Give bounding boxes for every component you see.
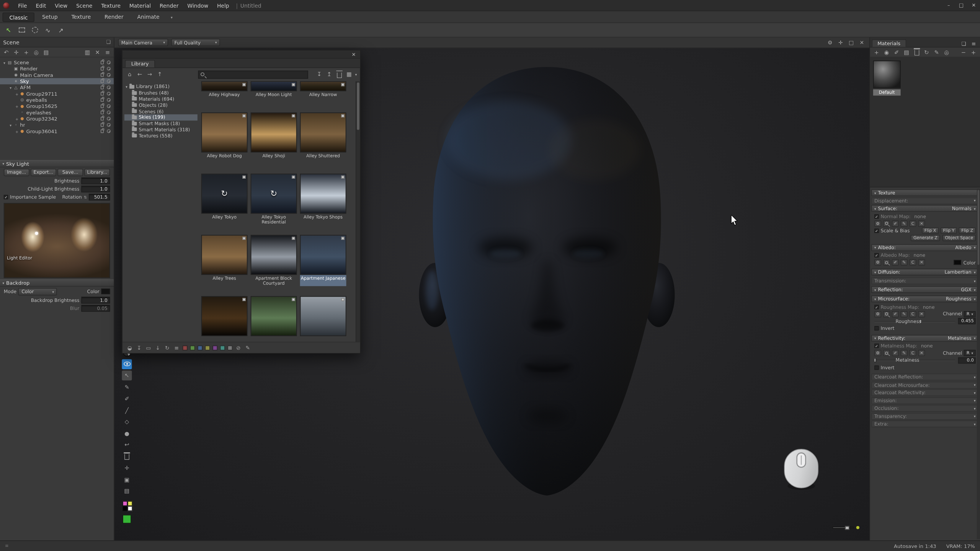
material-default-label[interactable]: Default [873,89,901,95]
visibility-icon[interactable] [107,123,111,127]
folder-objects[interactable]: Objects (28) [124,102,198,108]
library-scrollbar[interactable] [356,81,360,342]
view-grid-icon[interactable]: ▦ [345,70,353,78]
map-settings-icon[interactable]: ⚙ [874,311,881,317]
map-clear-icon[interactable]: ✕ [918,350,925,356]
maximize-button[interactable]: □ [955,0,968,11]
scrollbar-thumb[interactable] [977,190,979,265]
folder-library[interactable]: ▾Library (1861) [124,84,198,90]
library-button[interactable]: Library... [84,168,110,176]
tree-item-render[interactable]: ▣ Render [0,65,114,72]
map-copy-icon[interactable]: C [910,259,916,266]
invert-checkbox[interactable] [874,326,879,331]
tree-item-group32342[interactable]: + ● Group32342 [0,116,114,122]
microsurface-section-header[interactable]: ▾ Microsurface: Roughness▾ [871,295,979,302]
menu-view[interactable]: View [51,0,72,11]
library-item[interactable]: Alley Moon Light [251,81,297,112]
picker-icon[interactable]: ✐ [892,48,900,56]
visibility-icon[interactable] [107,73,111,77]
knife-tool[interactable]: ╱ [122,405,132,415]
rotation-stepper-icon[interactable]: ⇅ [84,195,87,199]
tab-library[interactable]: Library [125,60,155,68]
scrollbar-thumb[interactable] [357,83,359,130]
lock-icon[interactable] [101,73,104,77]
visibility-tool[interactable] [122,359,132,369]
back-icon[interactable]: ← [136,70,144,78]
swatch-black[interactable] [122,506,127,511]
library-item-selected[interactable]: Apartment Japanese [300,235,346,296]
zoom-slider[interactable] [833,527,854,528]
map-clear-icon[interactable]: ✕ [918,311,925,317]
paint-tool[interactable]: ✎ [122,382,132,392]
scale-bias-checkbox[interactable]: ✓ [874,228,879,233]
child-brightness-field[interactable]: 1.0 [81,186,110,192]
workspace-tab-texture[interactable]: Texture [65,12,97,21]
texture-section-header[interactable]: ▾ Texture [871,189,979,196]
material-default-thumb[interactable] [873,60,901,88]
visibility-icon[interactable] [107,117,111,121]
import-icon[interactable]: ↧ [315,70,323,78]
visibility-icon[interactable] [107,67,111,71]
camera-select[interactable]: Main Camera ▾ [118,39,168,46]
list-icon[interactable]: ≡ [173,344,180,350]
flip-y-button[interactable]: Flip Y [941,228,957,234]
view-options-chevron-icon[interactable]: ▾ [355,72,357,76]
delete-item-icon[interactable]: ✕ [93,48,102,56]
tree-item-eyelashes[interactable]: ◦ eyelashes [0,109,114,116]
lock-icon[interactable] [101,60,104,64]
tree-item-group15625[interactable]: + ● Group15625 [0,103,114,109]
lasso-select-icon[interactable]: ∿ [42,24,53,35]
home-icon[interactable]: ⌂ [126,70,134,78]
map-clear-icon[interactable]: ✕ [918,259,925,266]
workspace-tab-setup[interactable]: Setup [36,12,64,21]
tree-item-hr[interactable]: ▾ ◦ hr [0,122,114,128]
visibility-icon[interactable] [107,104,111,108]
library-item[interactable]: Alley Robot Dog [201,112,248,174]
invert-checkbox[interactable] [874,365,879,370]
surface-section-header[interactable]: ▾ Surface: Normals▾ [871,205,979,212]
viewport-pin-icon[interactable]: ✛ [837,39,844,46]
add-object-icon[interactable]: + [22,48,31,56]
tree-item-scene[interactable]: ▾ ▤ Scene [0,59,114,65]
path-select-icon[interactable]: ↗ [56,24,66,35]
rect-select-icon[interactable] [16,24,27,35]
dot-tool[interactable]: ● [122,428,132,438]
backdrop-color-swatch[interactable] [101,289,110,294]
tree-item-group29711[interactable]: + ● Group29711 [0,91,114,97]
refresh-materials-icon[interactable]: ↻ [923,48,931,56]
flip-x-button[interactable]: Flip X [922,228,939,234]
favorite-checkbox[interactable] [292,176,295,179]
workspace-tab-animate[interactable]: Animate [131,12,166,21]
library-item[interactable]: ↻ Alley Tokyo Residential [251,174,297,235]
albedo-map-checkbox[interactable]: ✓ [874,253,879,258]
sphere-preview-icon[interactable]: ◉ [882,48,890,56]
map-settings-icon[interactable]: ⚙ [874,350,881,356]
quality-select[interactable]: Full Quality ▾ [171,39,220,46]
gizmo-tool[interactable]: ✛ [122,463,132,473]
lock-icon[interactable] [101,92,104,96]
lock-icon[interactable] [101,104,104,108]
folder-textures[interactable]: Textures (558) [124,133,198,139]
lock-icon[interactable] [101,111,104,114]
map-brush-icon[interactable]: ✐ [892,311,899,317]
map-locate-icon[interactable] [883,220,890,227]
lock-icon[interactable] [101,98,104,102]
menu-window[interactable]: Window [183,0,213,11]
folder-icon[interactable]: ▤ [903,48,911,56]
new-folder-icon[interactable]: ▥ [83,48,92,56]
ellipse-select-icon[interactable] [29,24,40,35]
expander-icon[interactable]: + [15,116,20,121]
map-locate-icon[interactable] [883,259,890,266]
delete-icon[interactable] [335,70,343,78]
visibility-icon[interactable] [107,86,111,90]
library-titlebar[interactable]: ✕ [122,51,360,59]
channel-select[interactable]: R▾ [964,350,975,356]
displacement-section[interactable]: Displacement: ▾ [871,197,979,204]
library-item[interactable] [251,296,297,336]
filter-swatch-gray[interactable] [227,345,232,350]
camera-tool[interactable]: ▣ [122,474,132,484]
library-item[interactable]: Alley Tokyo Shops [300,174,346,235]
visibility-icon[interactable] [107,98,111,102]
filter-swatch-purple[interactable] [212,345,217,350]
folder-smart-materials[interactable]: Smart Materials (318) [124,127,198,133]
